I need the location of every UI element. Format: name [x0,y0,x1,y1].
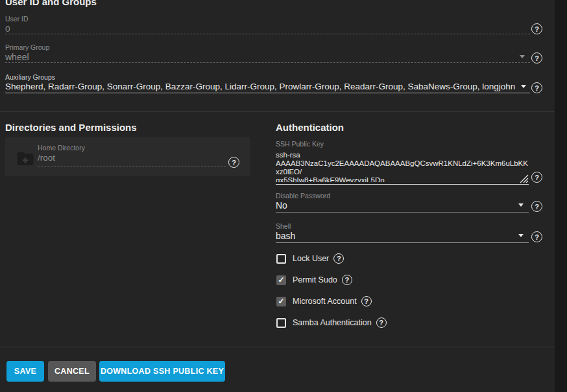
section-divider [0,111,555,112]
home-directory-label: Home Directory [38,144,85,152]
home-directory-field: /root [38,153,55,163]
auxiliary-groups-label: Auxiliary Groups [5,73,55,81]
ssh-public-key-textarea[interactable]: ssh-rsa AAAAB3NzaC1yc2EAAAADAQABAAABgQCs… [276,151,530,182]
download-ssh-public-key-button[interactable]: DOWNLOAD SSH PUBLIC KEY [99,361,225,382]
microsoft-account-help-icon[interactable]: ? [361,296,372,306]
checkbox-label: Permit Sudo [293,275,337,284]
checkbox-microsoft-account[interactable]: ✓ Microsoft Account ? [276,296,372,306]
checkbox-label: Microsoft Account [293,297,357,306]
chevron-down-icon [520,55,525,58]
chevron-down-icon [518,203,524,207]
primary-group-underline [5,62,530,63]
edit-user-form: User ID and Groups User ID 0 ? Primary G… [0,0,555,392]
home-directory-panel: Home Directory /root ? [5,137,250,176]
home-directory-help-icon[interactable]: ? [228,157,239,168]
shell-underline [276,242,529,243]
user-id-underline [5,34,530,34]
home-directory-underline [38,167,226,167]
resize-handle-icon[interactable] [519,174,529,183]
disable-password-underline [276,212,529,213]
ssh-public-key-underline [276,184,529,185]
checkbox-samba-authentication[interactable]: ✓ Samba Authentication ? [276,317,387,328]
samba-authentication-help-icon[interactable]: ? [376,317,387,328]
primary-group-label: Primary Group [5,43,49,51]
chevron-down-icon [521,85,526,88]
user-id-field: 0 [5,24,10,34]
section-title-user-id-and-groups: User ID and Groups [5,0,97,7]
footer-divider [0,347,555,347]
permit-sudo-help-icon[interactable]: ? [342,275,352,285]
shell-label: Shell [276,222,291,230]
disable-password-label: Disable Password [276,192,330,200]
primary-group-select: wheel [5,52,29,62]
cancel-button[interactable]: CANCEL [48,361,96,382]
section-title-authentication: Authentication [276,122,344,133]
shell-select[interactable]: bash [276,231,295,241]
checkbox-label: Lock User [293,254,329,263]
primary-group-help-icon[interactable]: ? [531,52,542,63]
ssh-public-key-label: SSH Public Key [276,140,324,148]
checkbox-icon[interactable]: ✓ [276,297,286,306]
auxiliary-groups-underline [5,93,530,93]
check-icon: ✓ [278,276,284,284]
disable-password-select[interactable]: No [276,200,287,211]
check-icon: ✓ [278,297,284,305]
lock-user-help-icon[interactable]: ? [333,253,344,264]
ssh-public-key-help-icon[interactable]: ? [531,172,542,183]
section-title-directories-and-permissions: Directories and Permissions [5,122,137,133]
checkbox-label: Samba Authentication [293,318,372,327]
checkbox-permit-sudo[interactable]: ✓ Permit Sudo ? [276,275,352,285]
page: User ID and Groups User ID 0 ? Primary G… [0,0,567,392]
chevron-down-icon [518,234,524,237]
checkbox-icon[interactable]: ✓ [276,254,286,264]
checkbox-lock-user[interactable]: ✓ Lock User ? [276,253,344,264]
auxiliary-groups-help-icon[interactable]: ? [531,82,542,93]
disable-password-help-icon[interactable]: ? [531,201,542,212]
checkbox-icon[interactable]: ✓ [276,318,286,328]
auxiliary-groups-select[interactable]: Shepherd, Radarr-Group, Sonarr-Group, Ba… [5,82,515,91]
save-button[interactable]: SAVE [6,361,44,382]
folder-add-icon[interactable] [13,149,38,171]
checkbox-icon[interactable]: ✓ [276,275,286,285]
user-id-help-icon[interactable]: ? [531,23,542,34]
user-id-label: User ID [5,15,29,23]
shell-help-icon[interactable]: ? [531,231,542,242]
